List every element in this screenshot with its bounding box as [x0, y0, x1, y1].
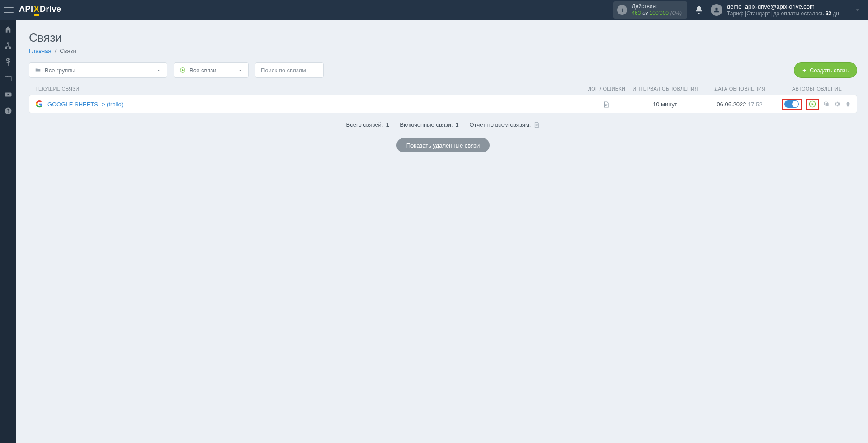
- delete-button[interactable]: [845, 101, 851, 107]
- chevron-down-icon[interactable]: [854, 7, 861, 13]
- breadcrumb-home[interactable]: Главная: [29, 48, 51, 54]
- groups-select-label: Все группы: [45, 67, 75, 74]
- log-icon[interactable]: [603, 101, 609, 108]
- user-menu[interactable]: demo_apix-drive@apix-drive.com Тариф |Ст…: [711, 3, 861, 17]
- actions-counter[interactable]: i Действия: 463 из 100'000 (0%): [613, 1, 687, 19]
- google-icon: [36, 100, 43, 108]
- summary-line: Всего связей: 1 Включенные связи: 1 Отче…: [29, 121, 857, 128]
- connections-select[interactable]: Все связи: [174, 62, 249, 78]
- actions-sub: 463 из 100'000 (0%): [632, 10, 682, 17]
- info-icon: i: [617, 5, 627, 15]
- create-connection-label: Создать связь: [810, 67, 849, 74]
- table-header: ТЕКУЩИЕ СВЯЗИ ЛОГ / ОШИБКИ ИНТЕРВАЛ ОБНО…: [29, 86, 857, 91]
- plus-icon: +: [802, 67, 806, 74]
- user-email: demo_apix-drive@apix-drive.com: [727, 3, 839, 10]
- enabled-label: Включенные связи:: [400, 121, 453, 128]
- enabled-count: 1: [456, 121, 459, 128]
- highlight-toggle: [782, 99, 802, 110]
- connections-select-label: Все связи: [189, 67, 217, 74]
- th-name: ТЕКУЩИЕ СВЯЗИ: [31, 86, 584, 91]
- home-icon[interactable]: [4, 25, 12, 33]
- sitemap-icon[interactable]: [4, 42, 12, 50]
- th-log: ЛОГ / ОШИБКИ: [584, 86, 629, 91]
- highlight-run: [806, 99, 819, 110]
- date-cell: 06.06.2022 17:52: [701, 101, 778, 108]
- copy-button[interactable]: [823, 101, 830, 107]
- report-icon[interactable]: [533, 122, 540, 128]
- logo-text-drive: Drive: [40, 5, 61, 14]
- breadcrumb: Главная / Связи: [29, 48, 857, 54]
- play-circle-icon: [179, 67, 186, 73]
- interval-cell: 10 минут: [629, 101, 701, 108]
- page-title: Связи: [29, 31, 857, 45]
- briefcase-icon[interactable]: [4, 74, 12, 82]
- menu-toggle-button[interactable]: [4, 7, 14, 13]
- row-actions: [778, 99, 855, 110]
- chevron-down-icon: [237, 67, 243, 73]
- chevron-down-icon: [156, 67, 161, 73]
- logo[interactable]: APIXDrive: [19, 5, 61, 16]
- svg-text:?: ?: [7, 108, 9, 114]
- youtube-icon[interactable]: [4, 91, 12, 99]
- logo-text-api: API: [19, 5, 33, 14]
- settings-button[interactable]: [834, 101, 840, 107]
- avatar-icon: [711, 4, 722, 16]
- svg-rect-5: [826, 103, 829, 106]
- logo-text-x: X: [34, 5, 40, 16]
- search-field-wrap: [255, 62, 324, 78]
- search-input[interactable]: [261, 67, 318, 74]
- th-interval: ИНТЕРВАЛ ОБНОВЛЕНИЯ: [629, 86, 702, 91]
- main-content: Связи Главная / Связи Все группы Все свя…: [16, 20, 868, 443]
- dollar-icon[interactable]: [4, 58, 12, 66]
- connection-link[interactable]: GOOGLE SHEETS -> (trello): [47, 101, 123, 108]
- th-date: ДАТА ОБНОВЛЕНИЯ: [702, 86, 778, 91]
- actions-title: Действия:: [632, 3, 682, 10]
- help-icon[interactable]: ?: [4, 107, 12, 115]
- breadcrumb-current: Связи: [60, 48, 76, 54]
- total-label: Всего связей:: [346, 121, 383, 128]
- bell-icon[interactable]: [694, 5, 703, 14]
- th-auto: АВТООБНОВЛЕНИЕ: [778, 86, 855, 91]
- folder-icon: [35, 67, 41, 73]
- user-tariff: Тариф |Стандарт| до оплаты осталось 62 д…: [727, 10, 839, 17]
- create-connection-button[interactable]: + Создать связь: [794, 62, 857, 78]
- total-count: 1: [386, 121, 389, 128]
- show-deleted-button[interactable]: Показать удаленные связи: [396, 138, 490, 152]
- run-now-button[interactable]: [809, 100, 816, 108]
- top-header: APIXDrive i Действия: 463 из 100'000 (0%…: [0, 0, 868, 20]
- side-rail: ?: [0, 20, 16, 443]
- groups-select[interactable]: Все группы: [29, 62, 167, 78]
- filters-row: Все группы Все связи + Создать связь: [29, 62, 857, 78]
- report-label: Отчет по всем связям:: [469, 121, 531, 128]
- table-row: GOOGLE SHEETS -> (trello) 10 минут 06.06…: [29, 95, 857, 113]
- auto-update-toggle[interactable]: [784, 100, 799, 108]
